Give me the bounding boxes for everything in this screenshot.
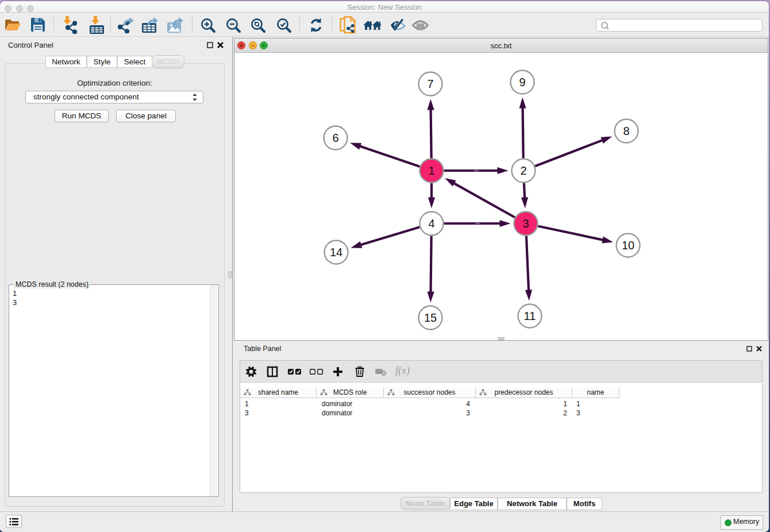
svg-text:15: 15 — [424, 311, 437, 324]
svg-text:3: 3 — [522, 217, 529, 230]
svg-text:1: 1 — [428, 164, 434, 177]
svg-text:14: 14 — [330, 246, 342, 259]
svg-text:9: 9 — [519, 76, 525, 88]
svg-text:6: 6 — [332, 132, 338, 144]
svg-text:2: 2 — [520, 164, 526, 177]
svg-text:8: 8 — [623, 125, 629, 137]
svg-text:7: 7 — [427, 78, 433, 90]
svg-text:11: 11 — [524, 310, 536, 322]
svg-text:4: 4 — [428, 217, 434, 230]
svg-text:10: 10 — [622, 239, 634, 252]
